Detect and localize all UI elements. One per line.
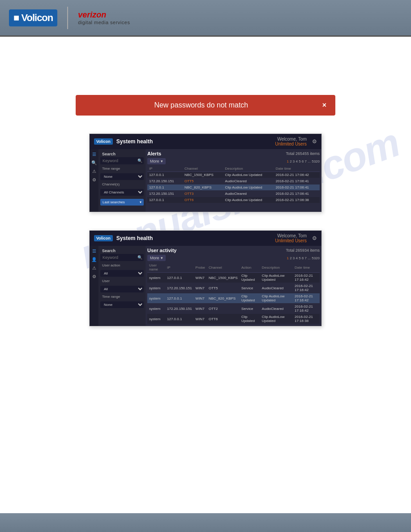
sh1-cell-channel: OTT6: [183, 197, 223, 203]
sh2-table: User name IP Probe Channel Action Descri…: [147, 262, 320, 324]
sh1-main-header: Alerts Total 265455 items: [147, 151, 320, 156]
sh1-gear-icon[interactable]: ⚙: [312, 138, 317, 145]
sh2-cell-probe: WIN7: [194, 293, 207, 304]
sh1-alerts-title: Alerts: [147, 151, 161, 156]
alert-banner: New passwords do not match ×: [76, 95, 335, 116]
sh1-cell-ip: 127.0.0.1: [147, 172, 183, 178]
sh2-header: Volicon System health Welcome, Tom Unlim…: [90, 231, 321, 246]
screenshot2-container: Volicon System health Welcome, Tom Unlim…: [89, 230, 322, 326]
sh2-useraction-select[interactable]: All: [100, 270, 144, 277]
sh2-cell-description: Clip AudioLow Updated: [260, 293, 293, 304]
sh2-page1[interactable]: 1: [287, 256, 288, 260]
sh1-channel-select[interactable]: All Channels: [100, 189, 144, 196]
sh2-page4[interactable]: 4: [296, 256, 298, 260]
sh2-cell-ip: 172.20.150.151: [165, 304, 194, 314]
sh1-settings-icon[interactable]: ⚙: [92, 177, 96, 182]
sh1-col-desc: Description: [223, 166, 274, 172]
sh1-chevron-icon: ▾: [140, 200, 141, 204]
sh2-sidebar: Search 🔍 User action All User All Time r…: [98, 246, 146, 326]
sh2-cell-datetime: 2016-02-21 17:16:42: [293, 273, 320, 283]
sh1-keyword-input[interactable]: [100, 157, 137, 164]
sh2-table-row[interactable]: system127.0.0.1WIN7NBC_1500_KBPSClip Upd…: [147, 273, 320, 283]
sh2-user-select[interactable]: All: [100, 286, 144, 292]
sh2-cell-probe: WIN7: [194, 314, 207, 324]
volicon-logo: ■ Volicon: [9, 9, 57, 26]
logo-area: ■ Volicon verizon digital media services: [9, 7, 130, 29]
sh1-channel-label: Channel(s): [100, 181, 144, 187]
sh2-cell-username: system: [147, 293, 165, 304]
sh1-main: Alerts Total 265455 items More ▾ 1 2 3 4: [146, 149, 321, 212]
sh1-table-row[interactable]: 127.0.0.1OTT6Clip AudioLow Updated2016-0…: [147, 197, 320, 203]
sh2-keyword-input[interactable]: [100, 254, 137, 261]
sh1-cell-datetime: 2016-02-21 17:06:38: [274, 197, 320, 203]
sh1-col-ip: IP: [147, 166, 183, 172]
sh2-cell-action: Service: [240, 304, 260, 314]
sh2-page7[interactable]: 7: [305, 256, 307, 260]
sh2-pagination: 1 2 3 4 5 6 7 ... 5320: [287, 256, 320, 260]
sh2-cell-username: system: [147, 314, 165, 324]
sh2-timerange-select[interactable]: None: [100, 301, 144, 308]
alert-close-button[interactable]: ×: [322, 101, 326, 109]
sh2-page2[interactable]: 2: [290, 256, 291, 260]
sh2-page5[interactable]: 5: [299, 256, 300, 260]
sh1-page1[interactable]: 1: [287, 159, 288, 163]
sh1-cell-description: AudioCleared: [223, 191, 274, 197]
sh1-timerange-select[interactable]: None: [100, 173, 144, 180]
sh2-gear-icon[interactable]: ⚙: [312, 235, 317, 241]
sh1-more-chevron: ▾: [161, 159, 163, 163]
sh1-table-row[interactable]: 172.20.150.151OTT5AudioCleared2016-02-21…: [147, 178, 320, 184]
sh1-last-searches-btn[interactable]: Last searches ▾: [100, 199, 144, 206]
sh1-table-row[interactable]: 172.20.150.151OTT3AudioCleared2016-02-21…: [147, 191, 320, 197]
sh1-cell-ip: 172.20.150.151: [147, 191, 183, 197]
sh2-menu-icon[interactable]: ☰: [92, 249, 96, 253]
sh1-more-btn[interactable]: More ▾: [147, 158, 166, 164]
sh2-settings-icon[interactable]: ⚙: [92, 274, 96, 279]
sh1-logo: Volicon: [94, 138, 113, 145]
sh2-cell-ip: 127.0.0.1: [165, 293, 194, 304]
sh1-table-row[interactable]: 127.0.0.1NBC_1500_KBPSClip AudioLow Upda…: [147, 172, 320, 178]
sh1-page3[interactable]: 3: [293, 159, 295, 163]
sh2-search-label: Search: [100, 248, 144, 254]
sh1-cell-datetime: 2016-02-21 17:06:42: [274, 172, 320, 178]
sh2-cell-datetime: 2016-02-21 17:16:42: [293, 283, 320, 293]
sh2-cell-description: Clip AudioLow Updated: [260, 273, 293, 283]
sh2-user-link[interactable]: Unlimited Users: [275, 238, 307, 243]
sh1-page2[interactable]: 2: [290, 159, 291, 163]
sh1-last-page[interactable]: 5320: [312, 159, 320, 163]
sh2-page3[interactable]: 3: [293, 256, 295, 260]
sh2-table-row[interactable]: system127.0.0.1WIN7NBC_820_KBPSClip Upda…: [147, 293, 320, 304]
sh2-cell-username: system: [147, 283, 165, 293]
sh2-cell-action: Clip Updated: [240, 293, 260, 304]
sh2-table-row[interactable]: system172.20.150.151WIN7OTT5ServiceAudio…: [147, 283, 320, 293]
sh1-alert-icon[interactable]: ⚠: [92, 169, 96, 174]
sh2-cell-username: system: [147, 273, 165, 283]
footer: [0, 513, 411, 532]
sh1-page6[interactable]: 6: [302, 159, 304, 163]
sh2-cell-description: Clip AudioLow Updated: [260, 314, 293, 324]
sh2-user-icon[interactable]: 👤: [91, 257, 97, 262]
sh1-search-btn[interactable]: 🔍: [137, 159, 144, 163]
sh2-page6[interactable]: 6: [302, 256, 304, 260]
sh2-table-row[interactable]: system172.20.150.151WIN7OTT2ServiceAudio…: [147, 304, 320, 314]
sh1-cell-datetime: 2016-02-21 17:06:41: [274, 184, 320, 191]
sh2-cell-ip: 172.20.150.151: [165, 283, 194, 293]
sh2-search-btn[interactable]: 🔍: [137, 255, 144, 260]
sh2-table-row[interactable]: system127.0.0.1WIN7OTT6Clip UpdatedClip …: [147, 314, 320, 324]
sh2-main: User activity Total 265934 items More ▾ …: [146, 246, 321, 326]
sh1-table-row[interactable]: 127.0.0.1NBC_820_KBPSClip AudioLow Updat…: [147, 184, 320, 191]
sh1-page4[interactable]: 4: [296, 159, 298, 163]
sh2-cell-probe: WIN7: [194, 304, 207, 314]
main-content: New passwords do not match × manualsbase…: [0, 37, 411, 529]
sh2-more-btn[interactable]: More ▾: [147, 255, 166, 261]
sh1-user-link[interactable]: Unlimited Users: [275, 142, 307, 146]
sh1-menu-icon[interactable]: ☰: [92, 152, 96, 157]
sh2-last-page[interactable]: 5320: [312, 256, 320, 260]
sh2-alert-icon[interactable]: ⚠: [92, 266, 96, 270]
sh2-title: System health: [116, 235, 153, 241]
sh1-page5[interactable]: 5: [299, 159, 300, 163]
sh2-cell-channel: OTT6: [207, 314, 240, 324]
sh1-page7[interactable]: 7: [305, 159, 307, 163]
sh1-search-icon[interactable]: 🔍: [91, 160, 97, 165]
sh1-cell-channel: NBC_1500_KBPS: [183, 172, 223, 178]
sh1-body: ☰ 🔍 ⚠ ⚙ Search 🔍 Time range None: [90, 149, 321, 212]
